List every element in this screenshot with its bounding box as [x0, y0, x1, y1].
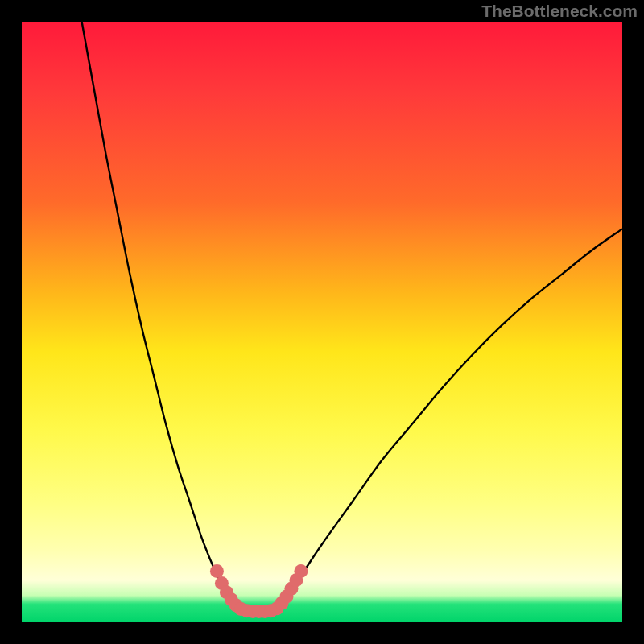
data-marker — [210, 564, 224, 578]
left-curve — [82, 22, 244, 610]
chart-frame: TheBottleneck.com — [0, 0, 644, 644]
curve-layer — [22, 22, 622, 622]
plot-area — [22, 22, 622, 622]
right-curve — [274, 229, 622, 610]
attribution-label: TheBottleneck.com — [481, 2, 638, 21]
marker-group — [210, 564, 308, 618]
data-marker — [294, 564, 308, 578]
